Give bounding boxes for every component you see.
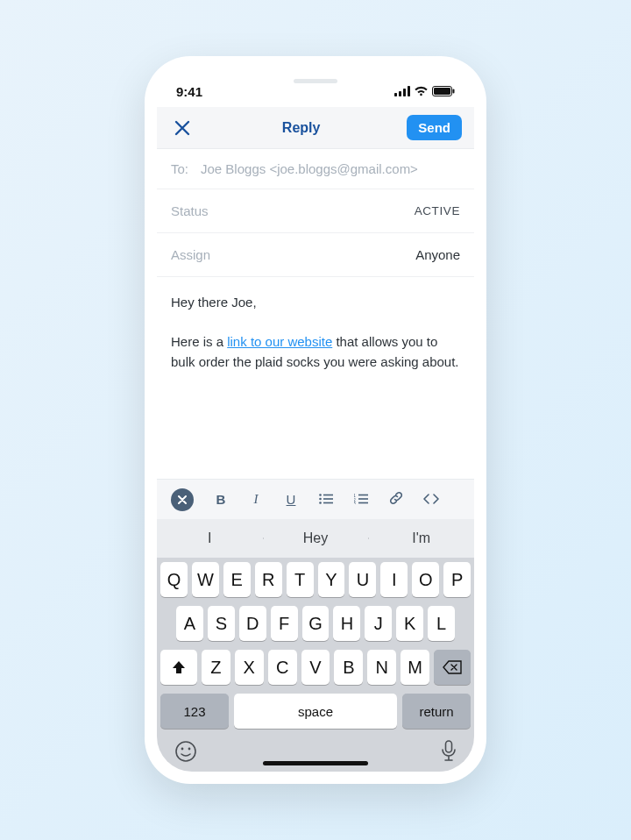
key-g[interactable]: G — [302, 606, 330, 641]
wifi-icon — [414, 84, 429, 99]
key-u[interactable]: U — [349, 562, 376, 597]
key-d[interactable]: D — [239, 606, 266, 641]
format-close-button[interactable] — [171, 488, 194, 511]
svg-rect-5 — [434, 88, 450, 95]
link-button[interactable] — [388, 491, 404, 508]
svg-point-19 — [176, 742, 195, 761]
svg-point-9 — [319, 498, 322, 501]
key-a[interactable]: A — [176, 606, 203, 641]
dictation-button[interactable] — [441, 740, 457, 766]
svg-rect-2 — [403, 89, 406, 96]
message-link[interactable]: link to our website — [227, 334, 332, 349]
message-greeting: Hey there Joe, — [171, 293, 460, 313]
svg-point-7 — [319, 494, 322, 496]
key-p[interactable]: P — [443, 562, 471, 597]
close-icon — [178, 495, 187, 504]
svg-rect-3 — [408, 86, 410, 96]
prediction-1[interactable]: I — [157, 530, 263, 546]
emoji-icon — [174, 740, 197, 763]
key-t[interactable]: T — [287, 562, 314, 597]
cellular-icon — [394, 84, 410, 99]
key-x[interactable]: X — [235, 650, 264, 685]
status-row[interactable]: Status ACTIVE — [157, 189, 474, 233]
key-i[interactable]: I — [380, 562, 408, 597]
to-field[interactable]: To: Joe Bloggs <joe.bloggs@gmail.com> — [157, 149, 474, 189]
keyboard: I Hey I'm Q W E R T Y U I O P A S D F — [157, 519, 474, 772]
key-w[interactable]: W — [192, 562, 219, 597]
svg-rect-22 — [446, 741, 452, 752]
key-m[interactable]: M — [401, 650, 429, 685]
bullet-list-button[interactable] — [318, 492, 334, 507]
key-b[interactable]: B — [334, 650, 363, 685]
speaker-grille — [294, 79, 337, 83]
key-row-1: Q W E R T Y U I O P — [157, 558, 474, 602]
key-c[interactable]: C — [268, 650, 297, 685]
format-toolbar: B I U 123 — [157, 479, 474, 519]
key-n[interactable]: N — [367, 650, 396, 685]
svg-rect-0 — [394, 93, 397, 96]
prediction-2[interactable]: Hey — [263, 530, 369, 546]
svg-rect-10 — [323, 498, 333, 500]
italic-button[interactable]: I — [248, 492, 264, 507]
key-l[interactable]: L — [428, 606, 455, 641]
underline-button[interactable]: U — [283, 492, 299, 507]
message-prelink: Here is a — [171, 334, 227, 349]
key-y[interactable]: Y — [318, 562, 345, 597]
key-z[interactable]: Z — [202, 650, 230, 685]
key-f[interactable]: F — [271, 606, 298, 641]
assign-value: Anyone — [415, 247, 460, 262]
backspace-key[interactable] — [434, 650, 471, 685]
link-icon — [389, 491, 403, 505]
to-label: To: — [171, 161, 188, 176]
svg-rect-12 — [323, 502, 333, 504]
bullet-list-icon — [319, 494, 333, 504]
bold-button[interactable]: B — [213, 492, 229, 507]
space-key[interactable]: space — [234, 694, 397, 729]
shift-icon — [171, 660, 187, 674]
key-e[interactable]: E — [223, 562, 251, 597]
mode-key[interactable]: 123 — [160, 694, 229, 729]
message-body[interactable]: Hey there Joe, Here is a link to our web… — [157, 277, 474, 479]
message-paragraph: Here is a link to our website that allow… — [171, 332, 460, 372]
numbered-list-button[interactable]: 123 — [353, 492, 369, 507]
close-button[interactable] — [169, 115, 195, 141]
emoji-button[interactable] — [174, 740, 197, 766]
close-icon — [174, 120, 190, 136]
prediction-3[interactable]: I'm — [368, 530, 474, 546]
svg-rect-18 — [358, 502, 368, 504]
key-row-2: A S D F G H J K L — [157, 602, 474, 645]
assign-row[interactable]: Assign Anyone — [157, 233, 474, 277]
return-key[interactable]: return — [402, 694, 471, 729]
assign-label: Assign — [171, 247, 210, 262]
key-row-3: Z X C V B N M — [157, 645, 474, 689]
key-r[interactable]: R — [255, 562, 282, 597]
svg-text:3: 3 — [354, 501, 356, 504]
code-icon — [423, 494, 439, 504]
svg-rect-1 — [399, 91, 401, 96]
key-h[interactable]: H — [333, 606, 360, 641]
status-label: Status — [171, 203, 209, 218]
key-row-4: 123 space return — [157, 689, 474, 733]
key-s[interactable]: S — [208, 606, 235, 641]
numbered-list-icon: 123 — [354, 494, 368, 504]
status-value: ACTIVE — [415, 204, 460, 217]
svg-point-21 — [188, 748, 191, 751]
shift-key[interactable] — [160, 650, 197, 685]
page-title: Reply — [282, 120, 321, 136]
key-o[interactable]: O — [412, 562, 439, 597]
to-value: Joe Bloggs <joe.bloggs@gmail.com> — [201, 161, 418, 176]
home-indicator[interactable] — [263, 761, 368, 765]
svg-rect-6 — [453, 89, 455, 93]
key-j[interactable]: J — [365, 606, 392, 641]
battery-icon — [432, 84, 455, 99]
key-q[interactable]: Q — [160, 562, 188, 597]
status-time: 9:41 — [176, 84, 202, 99]
notch — [241, 68, 390, 93]
svg-rect-14 — [358, 495, 368, 496]
key-k[interactable]: K — [396, 606, 423, 641]
send-button[interactable]: Send — [407, 115, 462, 140]
svg-point-11 — [319, 502, 322, 504]
code-button[interactable] — [423, 492, 439, 507]
key-v[interactable]: V — [301, 650, 330, 685]
nav-bar: Reply Send — [157, 107, 474, 149]
